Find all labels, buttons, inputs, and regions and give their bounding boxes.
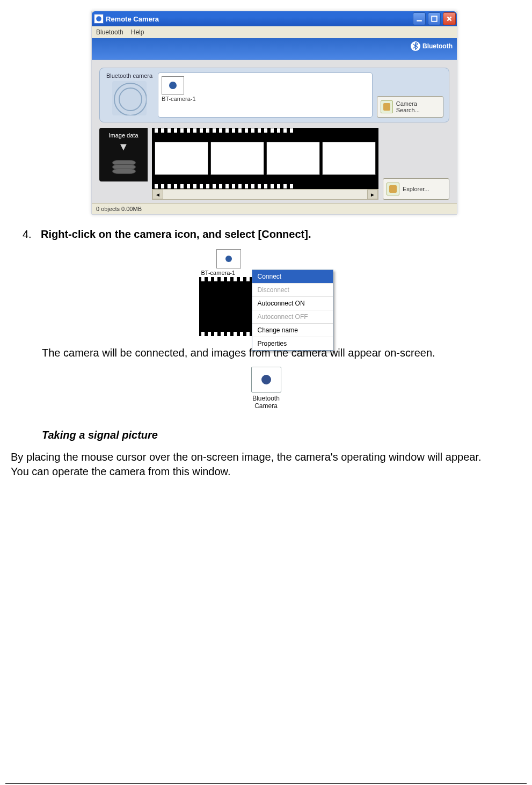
statusbar: 0 objects 0.00MB bbox=[92, 203, 457, 214]
app-icon bbox=[94, 14, 104, 24]
window-title: Remote Camera bbox=[106, 15, 159, 23]
step-number: 4. bbox=[23, 228, 41, 241]
folder-icon bbox=[387, 183, 399, 195]
empty-frame bbox=[210, 142, 264, 175]
bluetooth-camera-icon[interactable] bbox=[251, 367, 281, 392]
image-data-label: Image data bbox=[108, 132, 138, 139]
explorer-button[interactable]: Explorer... bbox=[383, 178, 449, 200]
menu-bluetooth[interactable]: Bluetooth bbox=[96, 28, 123, 36]
subheading: Taking a signal picture bbox=[42, 429, 527, 441]
close-button[interactable] bbox=[443, 12, 456, 25]
filmstrip-panel: Image data ▼ ◄ ► bbox=[99, 128, 449, 200]
menu-item-autoconnect-on[interactable]: Autoconnect ON bbox=[252, 297, 333, 310]
brand-stripe: Bluetooth bbox=[92, 38, 457, 60]
maximize-button[interactable] bbox=[428, 12, 441, 25]
paragraph-2: You can operate the camera from this win… bbox=[11, 464, 527, 479]
bluetooth-icon bbox=[411, 41, 420, 51]
search-icon bbox=[381, 100, 393, 113]
empty-frame bbox=[266, 142, 320, 175]
desktop-icon-figure: Bluetooth Camera bbox=[239, 367, 293, 410]
menu-item-change-name[interactable]: Change name bbox=[252, 324, 333, 337]
camera-label: BT-camera-1 bbox=[162, 96, 196, 102]
empty-frame bbox=[155, 142, 208, 175]
scroll-left-icon[interactable]: ◄ bbox=[152, 190, 163, 199]
step-text: Right-click on the camera icon, and sele… bbox=[41, 228, 311, 241]
menu-help[interactable]: Help bbox=[131, 28, 144, 36]
empty-frame bbox=[322, 142, 376, 175]
minimize-button[interactable] bbox=[413, 12, 426, 25]
filmstrip-scrollbar[interactable]: ◄ ► bbox=[152, 189, 378, 200]
svg-point-0 bbox=[96, 16, 101, 21]
image-data-tab[interactable]: Image data ▼ bbox=[99, 128, 148, 181]
camera-list: BT-camera-1 bbox=[158, 72, 373, 118]
camera-search-button[interactable]: Camera Search... bbox=[377, 96, 443, 118]
filmstrip bbox=[152, 128, 378, 189]
menu-item-connect[interactable]: Connect bbox=[252, 270, 333, 284]
bluetooth-badge: Bluetooth bbox=[411, 41, 453, 51]
explorer-label: Explorer... bbox=[403, 186, 429, 192]
bluetooth-brand-text: Bluetooth bbox=[422, 42, 453, 50]
context-menu: Connect Disconnect Autoconnect ON Autoco… bbox=[252, 270, 333, 351]
svg-rect-2 bbox=[432, 16, 437, 21]
disk-stack-icon bbox=[112, 161, 136, 177]
paragraph-1: By placing the mouse cursor over the on-… bbox=[11, 450, 527, 464]
svg-rect-1 bbox=[417, 20, 422, 21]
scroll-right-icon[interactable]: ► bbox=[367, 190, 378, 199]
signal-icon bbox=[112, 81, 147, 115]
menu-item-disconnect: Disconnect bbox=[252, 284, 333, 297]
menu-item-properties[interactable]: Properties bbox=[252, 337, 333, 350]
desktop-icon-label-1: Bluetooth bbox=[239, 395, 293, 402]
camera-icon[interactable] bbox=[162, 76, 184, 95]
remote-camera-window: Remote Camera Bluetooth Help Bluetooth bbox=[91, 11, 457, 215]
menu-item-autoconnect-off: Autoconnect OFF bbox=[252, 310, 333, 324]
footer-rule bbox=[5, 783, 527, 784]
desktop-icon-label-2: Camera bbox=[239, 402, 293, 410]
context-menu-figure: BT-camera-1 Connect Disconnect Autoconne… bbox=[199, 249, 333, 336]
camera-icon[interactable] bbox=[216, 249, 241, 268]
window-titlebar[interactable]: Remote Camera bbox=[92, 11, 457, 26]
camera-panel: Bluetooth camera BT-camera-1 Camera Sear… bbox=[99, 68, 449, 122]
menubar: Bluetooth Help bbox=[92, 26, 457, 38]
bluetooth-camera-tab[interactable]: Bluetooth camera bbox=[106, 72, 152, 79]
down-arrow-icon: ▼ bbox=[99, 141, 148, 153]
camera-search-label: Camera Search... bbox=[396, 100, 440, 113]
